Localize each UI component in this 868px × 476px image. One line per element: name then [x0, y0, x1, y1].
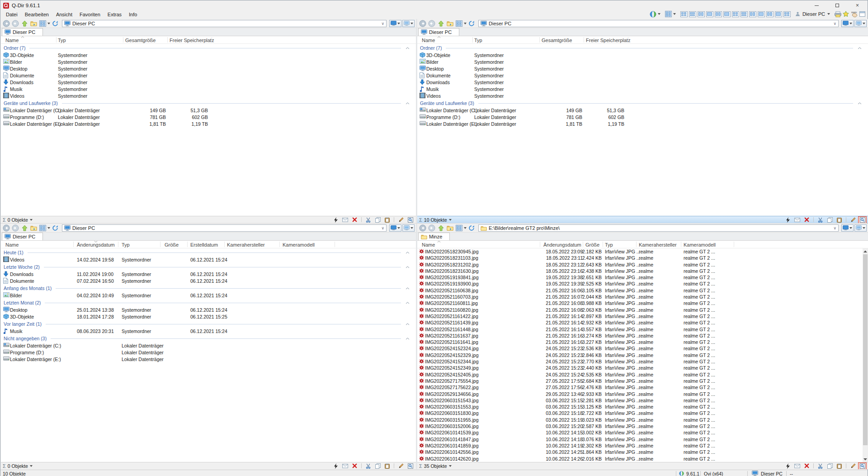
scroll-up-icon[interactable] — [863, 248, 868, 254]
group-header[interactable]: Vor langer Zeit (1) — [1, 320, 416, 328]
tab-dieser-pc[interactable]: Dieser PC — [418, 28, 459, 36]
list-item[interactable]: Lokaler Datenträger (E:)Lokaler Datenträ… — [1, 120, 416, 127]
group-label[interactable]: Ordner (7) — [420, 45, 442, 51]
file-row[interactable]: IMG20220521160811.jpg21.05.2022 16:083.9… — [417, 300, 868, 306]
list-item[interactable]: Downloads11.02.2024 19:00Systemordner06.… — [1, 271, 416, 277]
group-collapse-icon[interactable] — [406, 47, 410, 49]
file-row[interactable]: IMG20220519193841.jpg19.05.2022 19:382.6… — [417, 274, 868, 281]
layout-preset-button-4[interactable] — [706, 11, 713, 17]
forward-button[interactable] — [428, 19, 436, 27]
column-divider[interactable] — [636, 242, 637, 247]
menu-bearbeiten[interactable]: Bearbeiten — [21, 12, 52, 17]
address-dropdown-icon[interactable]: ∨ — [381, 21, 384, 26]
forward-button[interactable] — [428, 224, 436, 232]
list-item[interactable]: Programme (D:)Lokaler Datenträger781 GB6… — [1, 114, 416, 120]
column-divider[interactable] — [539, 37, 540, 43]
column-divider[interactable] — [187, 242, 188, 247]
view-mode-2-button[interactable] — [854, 224, 867, 232]
scrollbar-thumb[interactable] — [863, 254, 868, 445]
list-item[interactable]: BilderSystemordner — [417, 58, 868, 65]
list-item[interactable]: DokumenteSystemordner — [417, 72, 868, 79]
group-label[interactable]: Letzte Woche (2) — [4, 264, 40, 270]
minimize-button[interactable] — [807, 0, 827, 10]
list-item[interactable]: VideosSystemordner — [1, 92, 416, 99]
column-divider[interactable] — [472, 37, 473, 43]
address-bar[interactable]: E:\Bilder\realme GT2 pro\Minze\∨ — [478, 224, 839, 232]
column-header-kameramodell[interactable]: Kameramodell — [684, 242, 716, 248]
column-divider[interactable] — [56, 37, 57, 43]
column-header-typ[interactable]: Typ — [605, 242, 613, 248]
column-header-grosse[interactable]: Größe — [585, 242, 599, 248]
group-header[interactable]: Anfang des Monats (1) — [1, 285, 416, 292]
email-icon[interactable] — [793, 217, 801, 223]
up-button[interactable] — [20, 224, 28, 232]
scroll-down-icon[interactable] — [863, 457, 868, 462]
copy-icon[interactable] — [826, 463, 834, 469]
list-item[interactable]: Lokaler Datenträger (C:)Lokaler Datenträ… — [1, 342, 416, 349]
layout-preset-button-2[interactable] — [689, 11, 696, 17]
count-dropdown-icon[interactable] — [30, 465, 33, 467]
view-grid-button[interactable] — [455, 19, 463, 27]
group-header[interactable]: Ordner (7) — [417, 44, 868, 52]
preview-icon[interactable] — [859, 463, 866, 469]
address-bar[interactable]: Dieser PC∨ — [62, 20, 387, 27]
flash-icon[interactable] — [784, 217, 792, 223]
view-mode-button[interactable] — [841, 224, 854, 232]
layout-preset-button-7[interactable] — [732, 11, 739, 17]
profile-label[interactable]: Dieser PC — [802, 11, 826, 17]
menu-extras[interactable]: Extras — [104, 12, 125, 17]
column-header-name[interactable]: Name — [422, 38, 435, 43]
column-divider[interactable] — [279, 242, 280, 247]
column-divider[interactable] — [681, 242, 681, 247]
rename-icon[interactable] — [849, 217, 857, 223]
group-header[interactable]: Geräte und Laufwerke (3) — [417, 100, 868, 107]
group-header[interactable]: Geräte und Laufwerke (3) — [1, 100, 416, 107]
list-item[interactable]: Desktop25.01.2024 13:38Systemordner06.12… — [1, 306, 416, 313]
column-header-kamerahersteller[interactable]: Kamerahersteller — [227, 242, 265, 248]
list-item[interactable]: Programme (D:)Lokaler Datenträger — [1, 349, 416, 356]
browse-folder-button[interactable] — [29, 224, 38, 232]
paste-icon[interactable] — [383, 217, 391, 223]
cut-icon[interactable] — [816, 217, 824, 223]
file-row[interactable]: IMG20220524152349.jpg24.05.2022 15:232.4… — [417, 365, 868, 371]
column-header-name[interactable]: Name — [422, 242, 435, 248]
back-button[interactable] — [419, 19, 427, 27]
layout-preset-button-5[interactable] — [715, 11, 722, 17]
list-item[interactable]: 3D-Objekte18.01.2024 17:28Systemordner06… — [1, 313, 416, 320]
address-dropdown-icon[interactable]: ∨ — [381, 226, 384, 230]
column-header-freier-speicherplatz[interactable]: Freier Speicherplatz — [170, 38, 214, 43]
column-header-gesamtgrosse[interactable]: Gesamtgröße — [542, 38, 572, 43]
refresh-button[interactable] — [51, 224, 59, 232]
column-divider[interactable] — [734, 242, 734, 247]
list-item[interactable]: DownloadsSystemordner — [417, 79, 868, 86]
view-mode-button[interactable] — [389, 20, 401, 27]
group-collapse-icon[interactable] — [406, 323, 410, 325]
delete-icon[interactable] — [351, 217, 359, 223]
paste-icon[interactable] — [383, 463, 391, 469]
file-row[interactable]: IMG20220518231202.jpg18.05.2022 23:122.6… — [417, 262, 868, 268]
view-mode-2-button[interactable] — [402, 20, 415, 27]
layout-preset-button-10[interactable] — [758, 11, 765, 17]
group-collapse-icon[interactable] — [406, 287, 410, 290]
column-header-anderungsdatum[interactable]: Änderungsdatum — [77, 242, 115, 248]
qdir-sphere-icon[interactable] — [650, 11, 656, 18]
back-button[interactable] — [419, 224, 427, 232]
layout-preset-button-12[interactable] — [775, 11, 782, 17]
column-divider[interactable] — [335, 242, 335, 247]
file-row[interactable]: IMG20220521161439.jpg21.05.2022 16:142.9… — [417, 319, 868, 326]
file-row[interactable]: IMG20220603151955.jpg03.06.2022 15:193.0… — [417, 417, 868, 423]
group-label[interactable]: Geräte und Laufwerke (3) — [4, 100, 58, 106]
paste-icon[interactable] — [835, 463, 843, 469]
file-row[interactable]: IMG20220518230945.jpg18.05.2022 23:092.1… — [417, 248, 868, 255]
layout-preset-button-6[interactable] — [723, 11, 731, 17]
tab-dieser-pc[interactable]: Dieser PC — [2, 28, 43, 36]
address-bar[interactable]: Dieser PC∨ — [478, 20, 839, 27]
address-dropdown-icon[interactable]: ∨ — [833, 21, 836, 26]
print-icon[interactable] — [835, 11, 841, 17]
list-item[interactable]: Musik08.06.2023 20:31Systemordner06.12.2… — [1, 328, 416, 334]
list-item[interactable]: DesktopSystemordner — [1, 65, 416, 72]
file-row[interactable]: IMG20220524152324.jpg24.05.2022 15:232.5… — [417, 345, 868, 352]
copy-icon[interactable] — [374, 463, 382, 469]
view-grid-button[interactable] — [38, 19, 47, 27]
paste-icon[interactable] — [835, 217, 843, 223]
